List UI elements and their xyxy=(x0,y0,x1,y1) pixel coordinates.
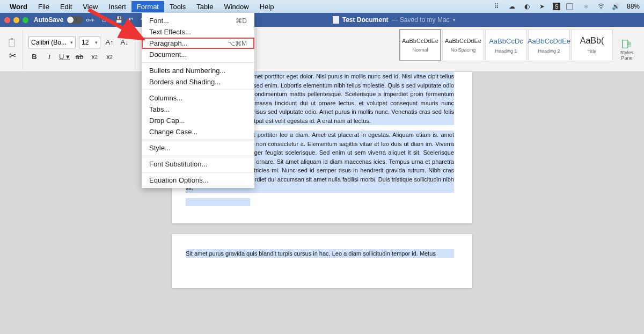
style-preview: AaBbCcDdEe xyxy=(528,37,570,45)
menubar-file[interactable]: File xyxy=(33,1,55,12)
autosave-toggle-group[interactable]: AutoSave OFF xyxy=(34,16,94,24)
increase-font-size-button[interactable]: A↑ xyxy=(104,37,115,48)
menubar-table[interactable]: Table xyxy=(191,1,218,12)
menu-style[interactable]: Style... xyxy=(142,142,254,154)
font-name-combo[interactable]: Calibri (Bo... ▾ xyxy=(28,37,76,48)
menubar-edit[interactable]: Edit xyxy=(55,1,77,12)
close-window-button[interactable] xyxy=(4,17,10,23)
menu-separator xyxy=(142,156,254,156)
dropbox-icon[interactable]: ⠿ xyxy=(493,2,501,11)
menu-tabs[interactable]: Tabs... xyxy=(142,104,254,115)
styles-gallery: AaBbCcDdEe Normal AaBbCcDdEe No Spacing … xyxy=(399,29,640,69)
superscript-button[interactable]: x2 xyxy=(104,52,115,62)
document-title: Test Document xyxy=(342,16,389,24)
word-doc-icon xyxy=(333,16,339,24)
menu-text-effects[interactable]: Text Effects... xyxy=(142,26,254,38)
cc-icon[interactable]: ◐ xyxy=(523,2,531,11)
style-preview: AaBbCcDdEe xyxy=(402,38,438,44)
volume-icon[interactable]: 🔊 xyxy=(612,2,620,11)
menu-document[interactable]: Document... xyxy=(142,49,254,60)
mac-menubar: Word File Edit View Insert Format Tools … xyxy=(0,0,644,13)
autosave-state: OFF xyxy=(86,18,94,23)
ribbon: ✂ Calibri (Bo... ▾ 12 ▾ A↑ A↓ B I U ▾ ab… xyxy=(0,27,644,72)
paste-icon[interactable] xyxy=(6,38,18,48)
style-label: No Spacing xyxy=(451,47,476,53)
decrease-font-size-button[interactable]: A↓ xyxy=(119,37,130,48)
menubar-help[interactable]: Help xyxy=(254,1,280,12)
menubar-tools[interactable]: Tools xyxy=(164,1,191,12)
home-icon[interactable]: ⌂ xyxy=(102,16,109,24)
menu-borders-shading[interactable]: Borders and Shading... xyxy=(142,76,254,88)
cut-icon[interactable]: ✂ xyxy=(6,50,18,61)
style-preview: AaBb( xyxy=(580,36,604,46)
autosave-switch[interactable] xyxy=(67,16,83,24)
underline-button[interactable]: U ▾ xyxy=(58,52,70,62)
style-label: Normal xyxy=(412,47,428,53)
menubar-view[interactable]: View xyxy=(77,1,103,12)
menubar-insert[interactable]: Insert xyxy=(103,1,131,12)
menu-font[interactable]: Font...⌘D xyxy=(142,15,254,26)
menu-bullets-numbering[interactable]: Bullets and Numbering... xyxy=(142,65,254,76)
window-titlebar: AutoSave OFF ⌂ 💾 ↶ ↷ Test Document — Sav… xyxy=(0,13,644,27)
menubar-left: Word File Edit View Insert Format Tools … xyxy=(4,1,279,12)
chevron-down-icon: ▾ xyxy=(70,40,73,45)
font-size-combo[interactable]: 12 ▾ xyxy=(79,37,100,48)
italic-button[interactable]: I xyxy=(43,52,55,62)
menu-drop-cap[interactable]: Drop Cap... xyxy=(142,115,254,126)
document-page-2[interactable]: Sit amet purus gravida quis blandit turp… xyxy=(172,234,472,288)
strikethrough-button[interactable]: ab xyxy=(74,52,85,62)
format-dropdown-menu: Font...⌘D Text Effects... Paragraph...⌥⌘… xyxy=(142,13,254,188)
menubar-app-name[interactable]: Word xyxy=(4,1,33,12)
style-tile-heading-2[interactable]: AaBbCcDdEe Heading 2 xyxy=(528,29,570,61)
menu-separator xyxy=(142,172,254,172)
menu-paragraph[interactable]: Paragraph...⌥⌘M xyxy=(142,38,254,49)
cloud-icon[interactable]: ☁ xyxy=(508,2,516,11)
menu-separator xyxy=(142,90,254,90)
menu-font-substitution[interactable]: Font Substitution... xyxy=(142,158,254,170)
wifi-icon[interactable] xyxy=(597,2,605,11)
font-name-value: Calibri (Bo... xyxy=(31,39,67,46)
zoom-window-button[interactable] xyxy=(23,17,28,23)
bold-button[interactable]: B xyxy=(28,52,40,62)
style-preview: AaBbCcDdEe xyxy=(445,38,481,44)
document-title-area[interactable]: Test Document — Saved to my Mac ▾ xyxy=(333,16,456,24)
selection-tail xyxy=(186,198,250,206)
style-tile-title[interactable]: AaBb( Title xyxy=(571,29,613,61)
font-size-value: 12 xyxy=(82,39,89,46)
menubar-window[interactable]: Window xyxy=(218,1,254,12)
menu-separator xyxy=(142,140,254,140)
font-group: Calibri (Bo... ▾ 12 ▾ A↑ A↓ B I U ▾ ab x… xyxy=(26,29,135,69)
styles-pane-button[interactable]: Styles Pane xyxy=(614,29,640,69)
svg-rect-2 xyxy=(11,38,13,40)
menu-change-case[interactable]: Change Case... xyxy=(142,126,254,137)
subscript-button[interactable]: x2 xyxy=(89,52,100,62)
menu-equation-options[interactable]: Equation Options... xyxy=(142,175,254,186)
menubar-status-right: ⠿ ☁ ◐ ➤ S ⃞ ∗ 🔊 88% xyxy=(493,2,640,11)
paragraph-3[interactable]: Sit amet purus gravida quis blandit turp… xyxy=(186,249,454,258)
clipboard-group: ✂ xyxy=(4,29,23,69)
styles-pane-label: Styles Pane xyxy=(620,50,634,61)
battery-percent: 88% xyxy=(627,3,640,10)
chevron-down-icon[interactable]: ▾ xyxy=(453,17,456,23)
bluetooth-icon[interactable]: ∗ xyxy=(582,2,590,11)
style-tile-no-spacing[interactable]: AaBbCcDdEe No Spacing xyxy=(442,29,484,61)
style-label: Title xyxy=(588,49,597,54)
style-tile-heading-1[interactable]: AaBbCcDc Heading 1 xyxy=(485,29,527,61)
document-canvas[interactable]: cibus a pellentesque sit amet porttitor … xyxy=(0,72,644,334)
window-traffic-lights[interactable] xyxy=(4,17,28,23)
autosave-label: AutoSave xyxy=(34,16,63,24)
display-icon[interactable]: ⃞ xyxy=(567,2,575,11)
menubar-format[interactable]: Format xyxy=(131,1,164,12)
menu-columns[interactable]: Columns... xyxy=(142,92,254,104)
style-label: Heading 1 xyxy=(495,48,517,54)
app-icon[interactable]: ➤ xyxy=(538,2,546,11)
undo-icon[interactable]: ↶ xyxy=(128,16,135,24)
s-icon[interactable]: S xyxy=(553,3,560,10)
save-icon[interactable]: 💾 xyxy=(115,16,122,24)
svg-rect-1 xyxy=(9,39,14,47)
chevron-down-icon: ▾ xyxy=(95,40,98,45)
document-save-status: — Saved to my Mac xyxy=(392,16,450,24)
style-tile-normal[interactable]: AaBbCcDdEe Normal xyxy=(399,29,441,61)
minimize-window-button[interactable] xyxy=(13,17,19,23)
style-label: Heading 2 xyxy=(538,48,560,54)
